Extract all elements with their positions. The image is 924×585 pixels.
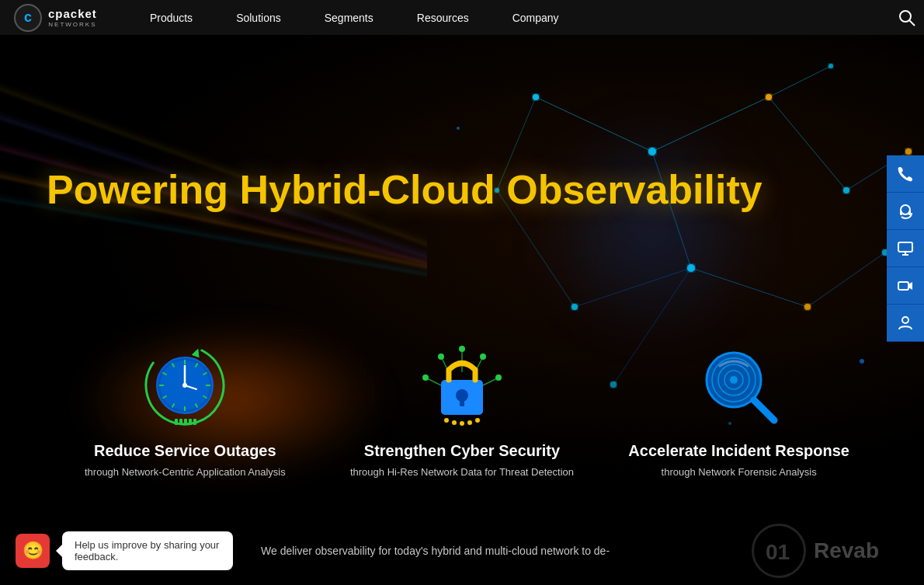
svg-point-69: [460, 421, 464, 426]
side-btn-video[interactable]: [887, 267, 924, 305]
svg-rect-66: [460, 395, 464, 406]
nav-item-products[interactable]: Products: [128, 0, 214, 35]
svg-point-14: [533, 94, 539, 100]
svg-rect-49: [175, 419, 178, 425]
side-btn-contact[interactable]: [887, 305, 924, 342]
svg-line-1: [909, 20, 915, 26]
svg-rect-52: [189, 419, 192, 425]
feature-1-title: Reduce Service Outages: [94, 442, 276, 460]
svg-line-77: [754, 400, 774, 420]
feature-2-title: Strengthen Cyber Security: [364, 442, 560, 460]
feature-reduce-outages: Reduce Service Outages through Network-C…: [68, 343, 301, 478]
svg-point-24: [905, 148, 912, 155]
svg-line-11: [769, 66, 831, 97]
svg-rect-84: [898, 282, 908, 290]
svg-point-17: [843, 187, 849, 193]
feature-1-subtitle: through Network-Centric Application Anal…: [85, 466, 286, 478]
svg-point-36: [182, 383, 187, 388]
svg-point-23: [828, 64, 833, 68]
logo-sub-text: NETWORKS: [48, 21, 97, 28]
nav-item-company[interactable]: Company: [491, 0, 581, 35]
hero-section: Powering Hybrid-Cloud Observability: [0, 35, 924, 517]
feedback-bar: 😊 Help us improve by sharing your feedba…: [0, 517, 924, 585]
logo-brand-name: cpacket: [48, 7, 97, 20]
feature-2-subtitle: through Hi-Res Network Data for Threat D…: [350, 466, 574, 478]
bottom-description: We deliver observability for today's hyb…: [261, 545, 610, 557]
feature-3-subtitle: through Network Forensic Analysis: [662, 466, 817, 478]
search-button[interactable]: [889, 0, 924, 35]
nav-item-segments[interactable]: Segments: [303, 0, 395, 35]
svg-point-68: [452, 420, 457, 425]
svg-point-16: [766, 94, 772, 100]
feature-incident-response: Accelerate Incident Response through Net…: [623, 343, 856, 478]
nav-item-solutions[interactable]: Solutions: [214, 0, 303, 35]
hero-features: Reduce Service Outages through Network-C…: [0, 343, 924, 478]
side-btn-support[interactable]: [887, 193, 924, 230]
logo[interactable]: c cpacket NETWORKS: [0, 4, 97, 32]
svg-line-62: [426, 378, 441, 385]
logo-icon: c: [14, 4, 42, 32]
svg-rect-53: [193, 419, 196, 425]
svg-marker-31: [192, 347, 202, 357]
revab-watermark: 01 Revab: [707, 517, 924, 585]
clock-icon: [142, 343, 228, 428]
revab-brand: Revab: [814, 538, 879, 563]
svg-point-70: [467, 420, 472, 425]
svg-rect-46: [159, 385, 164, 386]
svg-point-67: [444, 418, 449, 423]
feature-cyber-security: Strengthen Cyber Security through Hi-Res…: [346, 343, 578, 478]
svg-rect-79: [900, 211, 902, 215]
hero-glow-blue: [536, 113, 769, 346]
feedback-text: Help us improve by sharing your feedback…: [75, 539, 219, 562]
svg-line-7: [808, 252, 885, 307]
svg-point-76: [730, 376, 738, 384]
revab-icon: 01: [752, 524, 806, 578]
svg-point-26: [457, 127, 460, 130]
svg-rect-40: [206, 385, 210, 386]
magnifier-icon: [696, 343, 782, 428]
feature-3-title: Accelerate Incident Response: [628, 442, 849, 460]
hero-headline: Powering Hybrid-Cloud Observability: [47, 167, 800, 214]
navbar: c cpacket NETWORKS Products Solutions Se…: [0, 0, 924, 35]
person-icon: [897, 315, 914, 332]
svg-point-71: [475, 418, 480, 423]
svg-text:01: 01: [766, 540, 790, 564]
emoji-face: 😊: [23, 541, 43, 561]
video-icon: [897, 277, 914, 294]
svg-line-61: [483, 378, 498, 385]
feedback-emoji[interactable]: 😊: [16, 534, 50, 568]
phone-icon: [897, 165, 914, 183]
svg-point-85: [902, 317, 908, 323]
side-btn-demo[interactable]: [887, 230, 924, 267]
side-panel: [887, 155, 924, 342]
svg-rect-51: [184, 419, 187, 425]
svg-point-0: [900, 11, 911, 22]
nav-item-resources[interactable]: Resources: [395, 0, 491, 35]
svg-rect-37: [184, 360, 186, 364]
svg-point-19: [804, 304, 811, 310]
svg-rect-81: [898, 242, 912, 252]
svg-rect-80: [908, 211, 911, 215]
svg-rect-43: [184, 406, 186, 411]
nav-links: Products Solutions Segments Resources Co…: [128, 0, 889, 35]
side-btn-phone[interactable]: [887, 155, 924, 193]
svg-rect-50: [179, 419, 182, 425]
search-icon: [898, 9, 915, 26]
feedback-bubble: Help us improve by sharing your feedback…: [62, 531, 233, 570]
lock-icon: [419, 343, 505, 428]
headset-icon: [897, 203, 914, 220]
revab-logo-icon: 01: [759, 531, 798, 570]
monitor-icon: [897, 240, 914, 257]
